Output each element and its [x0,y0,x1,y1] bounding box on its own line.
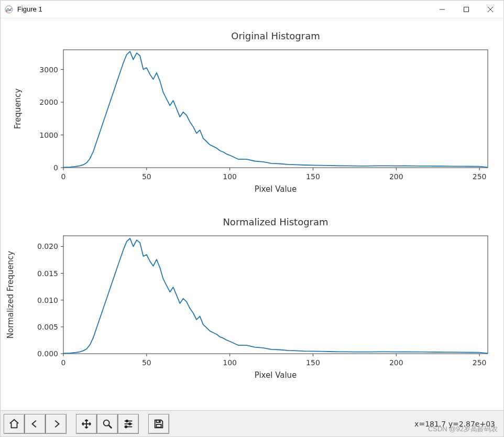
figure-canvas[interactable]: Original Histogram0501001502002500100020… [1,18,503,410]
svg-point-31 [129,423,131,425]
x-tick-label: 200 [389,172,403,181]
y-tick-label: 0.005 [37,323,58,331]
y-tick-label: 1000 [39,131,58,139]
y-axis-label: Frequency [13,89,23,129]
configure-subplots-button[interactable] [118,414,139,434]
chart-title: Normalized Histogram [223,216,328,227]
x-tick-label: 50 [142,358,151,367]
minimize-button[interactable] [430,1,454,18]
x-tick-label: 150 [306,358,320,367]
app-icon [5,5,13,14]
maximize-button[interactable] [454,1,478,18]
x-tick-label: 0 [61,172,66,181]
y-axis-label: Normalized Frequency [6,251,15,338]
axes-frame [63,236,488,354]
save-button[interactable] [148,414,169,434]
chart-title: Original Histogram [231,30,320,41]
x-tick-label: 150 [306,172,320,181]
data-line [63,51,488,167]
axes-frame [63,50,488,168]
x-tick-label: 0 [61,358,66,367]
y-tick-label: 0 [53,163,58,172]
x-tick-label: 250 [473,172,487,181]
x-tick-label: 200 [389,358,403,367]
home-button[interactable] [4,414,25,434]
x-axis-label: Pixel Value [255,184,297,194]
x-tick-label: 250 [473,358,487,367]
close-button[interactable] [478,1,502,18]
x-tick-label: 100 [223,172,237,181]
y-tick-label: 2000 [39,98,58,106]
data-line [63,238,488,354]
window-title: Figure 1 [17,5,42,13]
svg-point-33 [125,425,127,428]
y-tick-label: 0.020 [37,242,58,250]
svg-point-29 [126,420,128,422]
svg-line-27 [109,425,112,428]
x-axis-label: Pixel Value [255,370,297,380]
x-tick-label: 50 [142,172,151,181]
pan-button[interactable] [76,414,97,434]
y-tick-label: 3000 [39,65,58,74]
svg-rect-35 [159,420,160,422]
back-button[interactable] [25,414,46,434]
svg-rect-2 [464,7,469,12]
svg-rect-36 [156,424,161,427]
y-tick-label: 0.015 [37,269,58,278]
window-titlebar: Figure 1 [1,1,503,18]
forward-button[interactable] [46,414,67,434]
zoom-button[interactable] [97,414,118,434]
y-tick-label: 0.010 [37,296,58,304]
x-tick-label: 100 [223,358,237,367]
svg-point-26 [104,420,109,425]
watermark-text: CSDN @92岁高龄码农 [428,424,498,434]
y-tick-label: 0.000 [37,349,58,358]
